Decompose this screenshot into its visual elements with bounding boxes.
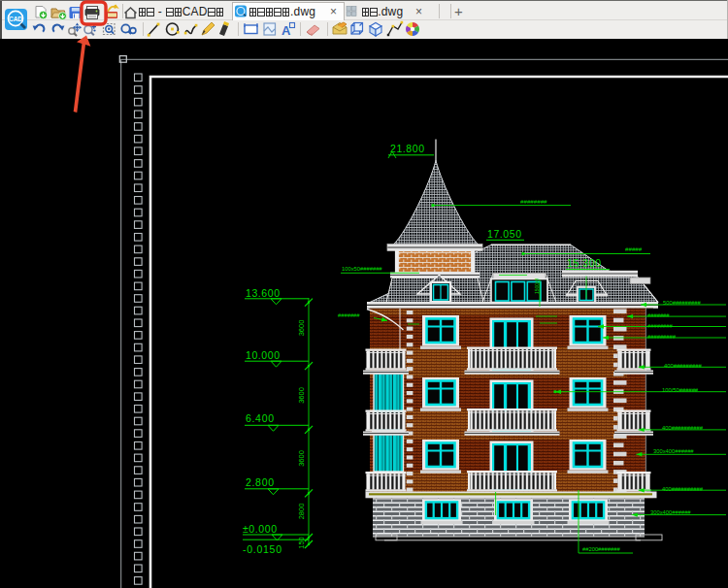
svg-text:2.800: 2.800 <box>246 476 274 488</box>
svg-text:100/50######: 100/50###### <box>662 387 699 393</box>
svg-text:400##########: 400########## <box>662 425 704 431</box>
svg-text:6.400: 6.400 <box>246 412 274 424</box>
svg-text:±0.000: ±0.000 <box>243 523 277 535</box>
svg-text:300x400######: 300x400###### <box>650 509 691 515</box>
svg-text:#######: ####### <box>338 312 360 318</box>
svg-text:21.800: 21.800 <box>390 143 424 154</box>
svg-text:100x50#######: 100x50####### <box>342 266 382 272</box>
svg-text:########: ######## <box>520 198 547 205</box>
svg-text:2800: 2800 <box>297 504 306 520</box>
svg-text:#########: ######### <box>647 334 677 340</box>
svg-text:150: 150 <box>297 537 306 549</box>
svg-text:3600: 3600 <box>297 450 306 467</box>
svg-text:1500x9: 1500x9 <box>534 278 540 294</box>
svg-text:17.050: 17.050 <box>487 228 521 240</box>
svg-text:15.300: 15.300 <box>567 257 601 269</box>
svg-text:3600: 3600 <box>297 387 306 404</box>
svg-text:3600: 3600 <box>297 320 306 337</box>
svg-text:#######: ####### <box>647 312 670 318</box>
svg-text:##200#######: ##200####### <box>582 546 620 552</box>
svg-text:-0.0150: -0.0150 <box>243 543 281 555</box>
svg-text:13.600: 13.600 <box>246 287 280 299</box>
svg-text:#####: ##### <box>625 245 643 252</box>
svg-text:500#########: 500######### <box>663 300 701 306</box>
svg-text:400##########: 400########## <box>662 486 704 492</box>
svg-text:########: ######## <box>647 323 674 329</box>
svg-text:300x400######: 300x400###### <box>653 448 694 454</box>
svg-text:10.000: 10.000 <box>246 349 280 361</box>
svg-text:400#########: 400######### <box>664 363 702 369</box>
